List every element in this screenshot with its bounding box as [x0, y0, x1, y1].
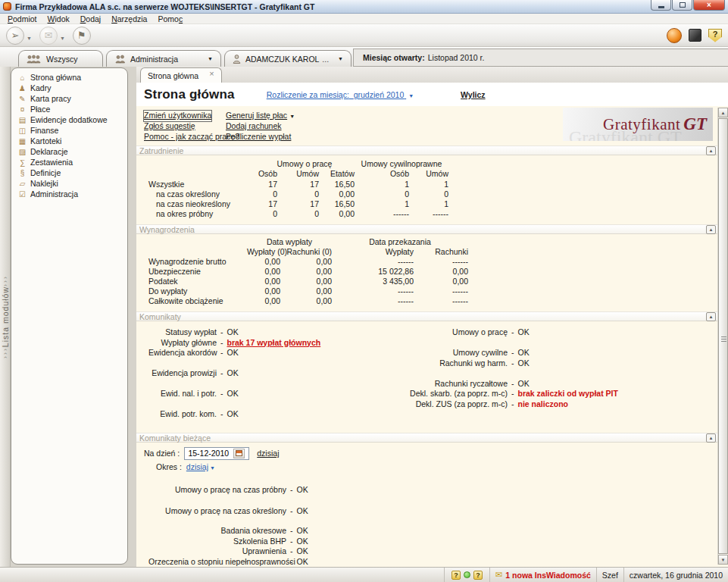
insmail-message[interactable]: 1 nowa InsWiadomość	[505, 571, 591, 580]
close-button[interactable]: ×	[693, 0, 725, 11]
sidebar-item-zestawienia[interactable]: ∑Zestawienia	[11, 157, 127, 167]
check-label: Uprawnienia	[148, 546, 286, 557]
menu-widok[interactable]: Widok	[42, 14, 75, 24]
sidebar-item-administracja[interactable]: ☑Administracja	[11, 189, 127, 199]
cube-icon[interactable]	[689, 29, 701, 42]
page-title: Strona główna	[144, 87, 235, 102]
menu-podmiot[interactable]: Podmiot	[2, 14, 42, 24]
sidebar-item-ewidencje-dodatkowe[interactable]: ▤Ewidencje dodatkowe	[11, 114, 127, 125]
settlement-month-link[interactable]: Rozliczenie za miesiąc: grudzień 2010 ▼	[267, 90, 414, 99]
question-indicator-icon[interactable]: ?	[473, 571, 483, 580]
cell: ------	[332, 296, 414, 306]
tab-strona-glowna-label: Strona główna	[148, 71, 198, 80]
cell: 0,00	[280, 267, 332, 277]
collapse-section-button[interactable]: ▴	[706, 225, 716, 234]
scrollbar-thumb[interactable]	[718, 118, 728, 554]
insert-sphere-icon[interactable]	[667, 28, 682, 43]
sidebar-item-kadry[interactable]: ♟Kadry	[11, 83, 127, 93]
send-button[interactable]: ✉	[39, 27, 58, 45]
tab-administracja[interactable]: Administracja ▼	[106, 50, 221, 67]
status-label: Ewid. nal. i potr.	[148, 389, 217, 399]
menu-narzedzia[interactable]: Narzędzia	[106, 14, 152, 24]
sidebar-item-deklaracje[interactable]: ▨Deklaracje	[11, 146, 127, 157]
tab-administracja-dropdown-icon[interactable]: ▼	[202, 56, 213, 61]
sidebar-item-kartoteki[interactable]: ▦Kartoteki	[11, 136, 127, 146]
select-arrow-icon: ➢	[11, 30, 20, 41]
sidebar-item-finanse[interactable]: ◫Finanse	[11, 125, 127, 136]
generuj-liste-plac-label: Generuj listę płac	[226, 111, 287, 120]
status-label: Rachunki ryczałtowe	[359, 379, 508, 390]
settlement-label: Rozliczenie za miesiąc:	[267, 90, 349, 99]
dodaj-rachunek-link[interactable]: Dodaj rachunek	[226, 121, 282, 132]
vertical-scrollbar[interactable]: ▲ ▼	[717, 108, 727, 565]
row-label: Wynagrodzenie brutto	[148, 257, 247, 267]
cell: 0	[255, 189, 277, 199]
module-list-collapse-strip[interactable]: ››› Lista modułów ›››	[0, 67, 11, 567]
collapse-section-button[interactable]: ▴	[706, 312, 716, 321]
komunikaty-biezace-body: Na dzień : dzisiaj Okres : dzisiaj▼ Umow…	[136, 443, 728, 565]
status-value: OK	[518, 348, 530, 358]
row-label: na okres próbny	[148, 209, 255, 219]
scroll-up-icon: ▲	[721, 111, 726, 115]
zglos-sugestie-link[interactable]: Zgłoś sugestię	[144, 121, 195, 132]
collapse-section-button[interactable]: ▴	[706, 146, 716, 155]
tab-employee[interactable]: ADAMCZUK KAROL ... ▼	[224, 50, 352, 67]
okres-dzisiaj-link[interactable]: dzisiaj▼	[186, 462, 215, 471]
minimize-button[interactable]	[651, 0, 671, 11]
app-icon	[3, 2, 11, 11]
select-operation-button[interactable]: ➢	[6, 27, 24, 45]
date-input[interactable]	[185, 449, 232, 458]
sidebar-item-label: Finanse	[30, 126, 58, 135]
zmien-uzytkownika-link[interactable]: Zmień użytkownika	[144, 111, 211, 121]
collapse-section-button[interactable]: ▴	[706, 433, 716, 443]
okres-dropdown-icon: ▼	[210, 465, 215, 471]
open-month-bar: Miesiąc otwarty: Listopad 2010 r.	[353, 48, 728, 67]
menu-bar: Podmiot Widok Dodaj Narzędzia Pomoc	[0, 14, 728, 24]
missing-payouts-link[interactable]: brak 17 wypłat głównych	[227, 338, 321, 349]
column-header: Osób	[255, 169, 277, 179]
module-sidebar: ⌂Strona główna ♟Kadry ✎Karta pracy ¤Płac…	[11, 67, 128, 565]
sidebar-item-definicje[interactable]: §Definicje	[11, 167, 127, 178]
sidebar-item-label: Karta pracy	[30, 94, 71, 103]
tab-close-icon[interactable]: ×	[209, 69, 214, 78]
select-operation-dropdown[interactable]: ▼	[27, 36, 32, 41]
sidebar-item-label: Zestawienia	[30, 158, 73, 167]
section-header-komunikaty-biezace: Komunikaty bieżące ▴	[136, 433, 728, 443]
cell: 16,50	[319, 199, 355, 209]
column-header: Umów	[409, 169, 448, 179]
status-value: OK	[227, 348, 239, 358]
podliczenie-wyplat-link[interactable]: Podliczenie wypłat	[226, 132, 291, 142]
generuj-liste-plac-link[interactable]: Generuj listę płac▼	[226, 111, 295, 121]
sidebar-item-strona-glowna[interactable]: ⌂Strona główna	[11, 72, 127, 83]
collapse-icon: ▴	[710, 435, 713, 441]
title-bar[interactable]: Firma Przykładowa ALA s.c. na serwerze W…	[0, 0, 728, 14]
flag-button[interactable]: ⚑	[73, 27, 91, 45]
row-label: Ubezpieczenie	[148, 267, 247, 277]
check-value: OK	[297, 506, 308, 517]
insmail-cell[interactable]: ✉ 1 nowa InsWiadomość	[489, 568, 596, 582]
tab-employee-more[interactable]: ...	[322, 55, 329, 64]
sidebar-item-place[interactable]: ¤Płace	[11, 104, 127, 114]
menu-dodaj[interactable]: Dodaj	[75, 14, 106, 24]
sidebar-item-label: Płace	[30, 105, 50, 114]
menu-pomoc[interactable]: Pomoc	[152, 14, 188, 24]
sidebar-item-naklejki[interactable]: ▱Naklejki	[11, 178, 127, 189]
send-dropdown[interactable]: ▼	[60, 36, 65, 41]
wylicz-link[interactable]: Wylicz	[461, 90, 485, 99]
cell: 0,00	[247, 286, 280, 296]
help-shield-icon[interactable]: ?	[708, 29, 722, 42]
dzisiaj-link[interactable]: dzisiaj	[257, 449, 279, 458]
restore-button[interactable]	[672, 0, 692, 11]
tab-strona-glowna[interactable]: Strona główna ×	[140, 67, 222, 83]
calendar-button[interactable]	[233, 449, 245, 458]
sidebar-item-karta-pracy[interactable]: ✎Karta pracy	[11, 93, 127, 104]
question-indicator-icon[interactable]: ?	[451, 571, 461, 580]
quick-links-band: Zmień użytkownika Generuj listę płac▼ Zg…	[136, 106, 728, 146]
scroll-up-button[interactable]: ▲	[718, 108, 728, 117]
minimize-icon	[658, 6, 664, 8]
scroll-down-button[interactable]: ▼	[718, 555, 728, 565]
ledger-icon: ▤	[17, 116, 28, 124]
tab-wszyscy[interactable]: Wszyscy	[18, 50, 103, 67]
tab-employee-dropdown-icon[interactable]: ▼	[332, 56, 343, 61]
restore-icon	[680, 2, 686, 8]
